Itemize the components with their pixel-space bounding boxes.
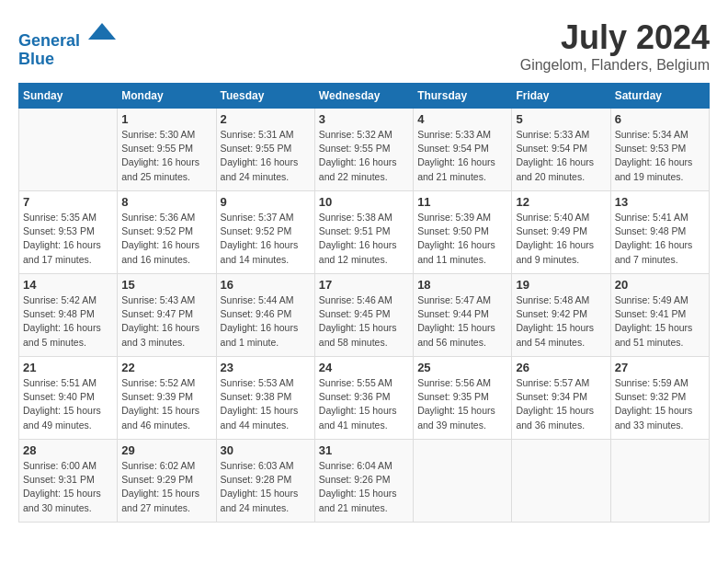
week-row-3: 14Sunrise: 5:42 AMSunset: 9:48 PMDayligh… [19,274,710,357]
day-number: 28 [23,443,113,457]
day-info: Sunrise: 5:55 AMSunset: 9:36 PMDaylight:… [319,376,409,432]
day-number: 16 [221,278,311,292]
location: Gingelom, Flanders, Belgium [520,57,710,74]
day-number: 30 [221,443,311,457]
weekday-header-friday: Friday [512,84,610,109]
month-title: July 2024 [520,18,710,57]
day-number: 15 [121,278,211,292]
calendar-cell: 31Sunrise: 6:04 AMSunset: 9:26 PMDayligh… [314,440,413,523]
day-info: Sunrise: 5:57 AMSunset: 9:34 PMDaylight:… [516,376,606,432]
weekday-header-wednesday: Wednesday [314,84,413,109]
calendar-cell: 24Sunrise: 5:55 AMSunset: 9:36 PMDayligh… [314,357,413,440]
week-row-1: 1Sunrise: 5:30 AMSunset: 9:55 PMDaylight… [19,109,710,191]
day-info: Sunrise: 5:33 AMSunset: 9:54 PMDaylight:… [417,128,507,184]
day-number: 10 [319,195,409,209]
day-number: 26 [516,361,606,374]
day-number: 29 [121,443,211,457]
day-number: 18 [417,278,507,292]
day-info: Sunrise: 5:48 AMSunset: 9:42 PMDaylight:… [516,293,606,350]
logo: General Blue [18,18,116,69]
day-number: 27 [615,361,705,374]
day-number: 22 [121,361,211,374]
day-info: Sunrise: 5:59 AMSunset: 9:32 PMDaylight:… [615,376,705,432]
calendar-cell: 4Sunrise: 5:33 AMSunset: 9:54 PMDaylight… [414,109,512,191]
calendar-cell: 26Sunrise: 5:57 AMSunset: 9:34 PMDayligh… [512,357,610,440]
calendar-cell: 20Sunrise: 5:49 AMSunset: 9:41 PMDayligh… [610,274,709,357]
calendar-cell: 17Sunrise: 5:46 AMSunset: 9:45 PMDayligh… [314,274,413,357]
day-number: 3 [319,112,409,126]
day-info: Sunrise: 5:35 AMSunset: 9:53 PMDaylight:… [23,211,113,267]
logo-text: General [18,18,116,51]
day-number: 8 [121,195,211,209]
day-info: Sunrise: 6:04 AMSunset: 9:26 PMDaylight:… [319,459,409,515]
day-info: Sunrise: 5:41 AMSunset: 9:48 PMDaylight:… [615,211,705,267]
day-info: Sunrise: 6:02 AMSunset: 9:29 PMDaylight:… [121,459,211,515]
day-info: Sunrise: 5:46 AMSunset: 9:45 PMDaylight:… [319,293,409,350]
week-row-4: 21Sunrise: 5:51 AMSunset: 9:40 PMDayligh… [19,357,710,440]
calendar-cell: 1Sunrise: 5:30 AMSunset: 9:55 PMDaylight… [118,109,216,191]
weekday-header-tuesday: Tuesday [216,84,314,109]
day-info: Sunrise: 5:32 AMSunset: 9:55 PMDaylight:… [319,128,409,184]
day-info: Sunrise: 5:33 AMSunset: 9:54 PMDaylight:… [516,128,606,184]
calendar-cell: 15Sunrise: 5:43 AMSunset: 9:47 PMDayligh… [118,274,216,357]
calendar-cell: 27Sunrise: 5:59 AMSunset: 9:32 PMDayligh… [610,357,709,440]
day-number: 2 [221,112,311,126]
weekday-header-monday: Monday [118,84,216,109]
day-info: Sunrise: 5:36 AMSunset: 9:52 PMDaylight:… [121,211,211,267]
day-info: Sunrise: 5:56 AMSunset: 9:35 PMDaylight:… [417,376,507,432]
day-info: Sunrise: 5:37 AMSunset: 9:52 PMDaylight:… [221,211,311,267]
week-row-2: 7Sunrise: 5:35 AMSunset: 9:53 PMDaylight… [19,191,710,274]
calendar-cell: 18Sunrise: 5:47 AMSunset: 9:44 PMDayligh… [414,274,512,357]
week-row-5: 28Sunrise: 6:00 AMSunset: 9:31 PMDayligh… [19,440,710,523]
day-number: 24 [319,361,409,374]
logo-icon [88,18,116,46]
calendar-cell: 12Sunrise: 5:40 AMSunset: 9:49 PMDayligh… [512,191,610,274]
calendar-table: SundayMondayTuesdayWednesdayThursdayFrid… [18,83,710,523]
day-info: Sunrise: 5:47 AMSunset: 9:44 PMDaylight:… [417,293,507,350]
day-info: Sunrise: 5:49 AMSunset: 9:41 PMDaylight:… [615,293,705,350]
calendar-cell: 28Sunrise: 6:00 AMSunset: 9:31 PMDayligh… [19,440,118,523]
day-number: 31 [319,443,409,457]
calendar-cell: 30Sunrise: 6:03 AMSunset: 9:28 PMDayligh… [216,440,314,523]
day-info: Sunrise: 6:00 AMSunset: 9:31 PMDaylight:… [23,459,113,515]
day-number: 7 [23,195,113,209]
weekday-header-row: SundayMondayTuesdayWednesdayThursdayFrid… [19,84,710,109]
day-info: Sunrise: 5:53 AMSunset: 9:38 PMDaylight:… [221,376,311,432]
day-info: Sunrise: 5:40 AMSunset: 9:49 PMDaylight:… [516,211,606,267]
calendar-cell: 8Sunrise: 5:36 AMSunset: 9:52 PMDaylight… [118,191,216,274]
day-info: Sunrise: 5:42 AMSunset: 9:48 PMDaylight:… [23,293,113,350]
day-info: Sunrise: 5:39 AMSunset: 9:50 PMDaylight:… [417,211,507,267]
calendar-cell [610,440,709,523]
day-info: Sunrise: 5:52 AMSunset: 9:39 PMDaylight:… [121,376,211,432]
svg-marker-0 [88,23,116,40]
calendar-cell: 2Sunrise: 5:31 AMSunset: 9:55 PMDaylight… [216,109,314,191]
day-number: 12 [516,195,606,209]
day-number: 23 [221,361,311,374]
day-number: 11 [417,195,507,209]
calendar-cell: 7Sunrise: 5:35 AMSunset: 9:53 PMDaylight… [19,191,118,274]
calendar-cell: 22Sunrise: 5:52 AMSunset: 9:39 PMDayligh… [118,357,216,440]
day-number: 21 [23,361,113,374]
day-number: 14 [23,278,113,292]
calendar-cell: 3Sunrise: 5:32 AMSunset: 9:55 PMDaylight… [314,109,413,191]
day-number: 19 [516,278,606,292]
calendar-cell: 25Sunrise: 5:56 AMSunset: 9:35 PMDayligh… [414,357,512,440]
day-number: 20 [615,278,705,292]
day-number: 6 [615,112,705,126]
calendar-cell: 11Sunrise: 5:39 AMSunset: 9:50 PMDayligh… [414,191,512,274]
calendar-cell: 19Sunrise: 5:48 AMSunset: 9:42 PMDayligh… [512,274,610,357]
calendar-cell [512,440,610,523]
day-number: 5 [516,112,606,126]
calendar-cell: 23Sunrise: 5:53 AMSunset: 9:38 PMDayligh… [216,357,314,440]
day-info: Sunrise: 5:51 AMSunset: 9:40 PMDaylight:… [23,376,113,432]
calendar-cell: 13Sunrise: 5:41 AMSunset: 9:48 PMDayligh… [610,191,709,274]
title-section: July 2024 Gingelom, Flanders, Belgium [520,18,710,74]
weekday-header-saturday: Saturday [610,84,709,109]
day-info: Sunrise: 5:43 AMSunset: 9:47 PMDaylight:… [121,293,211,350]
day-info: Sunrise: 5:34 AMSunset: 9:53 PMDaylight:… [615,128,705,184]
day-info: Sunrise: 5:30 AMSunset: 9:55 PMDaylight:… [121,128,211,184]
day-number: 1 [121,112,211,126]
day-info: Sunrise: 5:44 AMSunset: 9:46 PMDaylight:… [221,293,311,350]
day-number: 17 [319,278,409,292]
weekday-header-thursday: Thursday [414,84,512,109]
